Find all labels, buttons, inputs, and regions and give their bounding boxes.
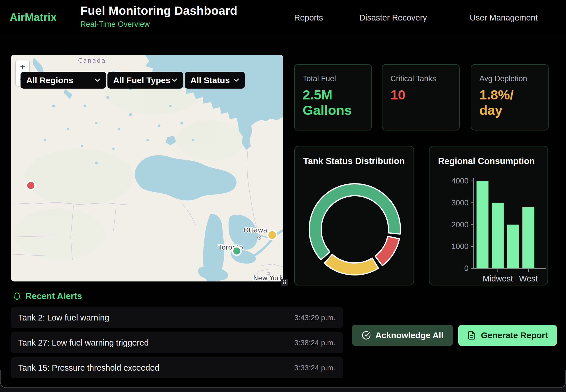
svg-text:2000: 2000 [451, 220, 469, 229]
regional-consumption-chart: 01000200030004000MidwestWest [429, 146, 547, 285]
stat-label: Critical Tanks [390, 74, 451, 83]
nav-item-disaster-recovery[interactable]: Disaster Recovery [359, 0, 427, 35]
svg-text:Midwest: Midwest [483, 274, 513, 283]
svg-text:4000: 4000 [451, 177, 469, 185]
alert-message: Tank 27: Low fuel warning triggered [18, 338, 149, 348]
alert-message: Tank 15: Pressure threshold exceeded [18, 363, 159, 373]
map-label-canada: Canada [78, 57, 106, 64]
alert-timestamp: 3:33:24 p.m. [294, 364, 335, 372]
zoom-in-button[interactable]: + [16, 60, 29, 73]
alert-list-item[interactable]: Tank 15: Pressure threshold exceeded 3:3… [11, 357, 343, 378]
nav-item-user-management[interactable]: User Management [470, 0, 538, 35]
new-york-town-icon [267, 272, 269, 275]
bar-3[interactable] [522, 207, 534, 268]
alert-timestamp: 3:43:29 p.m. [294, 313, 335, 322]
svg-text:West: West [519, 274, 538, 283]
stat-card-critical-tanks: Critical Tanks 10 [382, 64, 460, 130]
report-document-icon [467, 331, 476, 340]
filter-status-value: All Status [190, 75, 230, 85]
alert-message: Tank 2: Low fuel warning [18, 313, 109, 322]
map-drag-handle[interactable] [281, 279, 288, 286]
chevron-down-icon [233, 78, 239, 82]
filter-regions-value: All Regions [26, 75, 73, 85]
stat-card-total-fuel: Total Fuel 2.5M Gallons [294, 64, 372, 130]
map-label-ottawa: Ottawa [243, 226, 267, 234]
brand-logo[interactable]: AirMatrix [10, 11, 57, 24]
header: AirMatrix Fuel Monitoring Dashboard Real… [0, 0, 566, 35]
svg-text:3000: 3000 [451, 199, 469, 207]
map-panel: Canada Ottawa Toronto New York + − [11, 55, 283, 281]
tank-marker-normal[interactable] [233, 247, 241, 255]
filter-fuel-types-value: All Fuel Types [113, 75, 170, 85]
stat-value: 1.8%/ day [479, 87, 540, 118]
bell-icon [13, 292, 21, 301]
acknowledge-all-label: Acknowledge All [375, 330, 443, 340]
app-window: AirMatrix Fuel Monitoring Dashboard Real… [0, 0, 566, 388]
tank-marker-critical[interactable] [27, 181, 35, 190]
title-block: Fuel Monitoring Dashboard Real-Time Over… [80, 4, 237, 29]
alert-list-item[interactable]: Tank 2: Low fuel warning 3:43:29 p.m. [11, 307, 343, 328]
generate-report-label: Generate Report [481, 330, 548, 340]
alert-list-item[interactable]: Tank 27: Low fuel warning triggered 3:38… [11, 332, 343, 353]
map-canvas[interactable]: Canada Ottawa Toronto New York + − [11, 55, 283, 281]
recent-alerts-header: Recent Alerts [13, 291, 82, 301]
svg-text:1000: 1000 [451, 242, 469, 251]
map-label-new-york: New York [253, 274, 283, 281]
filter-status-dropdown[interactable]: All Status [185, 72, 245, 89]
map-svg: Canada Ottawa Toronto New York [11, 55, 283, 281]
page-subtitle: Real-Time Overview [80, 20, 237, 29]
page-title: Fuel Monitoring Dashboard [80, 4, 237, 18]
chevron-down-icon [172, 78, 177, 82]
filter-regions-dropdown[interactable]: All Regions [21, 72, 106, 89]
tank-status-donut [306, 181, 403, 278]
filter-fuel-types-dropdown[interactable]: All Fuel Types [107, 72, 183, 89]
chevron-down-icon [95, 78, 100, 82]
stat-value: 10 [390, 87, 451, 103]
donut-segment-critical[interactable] [375, 236, 399, 266]
acknowledge-all-button[interactable]: Acknowledge All [352, 325, 453, 346]
ottawa-town-icon [258, 236, 261, 239]
recent-alerts-title: Recent Alerts [25, 291, 82, 301]
tank-status-card: Tank Status Distribution [294, 146, 414, 285]
svg-text:0: 0 [464, 264, 469, 273]
stat-label: Avg Depletion [479, 74, 540, 83]
tank-marker-warning[interactable] [268, 230, 277, 240]
check-circle-icon [362, 331, 371, 340]
regional-consumption-card: Regional Consumption 01000200030004000Mi… [429, 146, 548, 285]
nav-item-reports[interactable]: Reports [294, 0, 323, 35]
bar-1[interactable] [492, 203, 504, 268]
donut-chart-title: Tank Status Distribution [303, 156, 405, 166]
stat-label: Total Fuel [303, 74, 363, 83]
alert-timestamp: 3:38:24 p.m. [294, 338, 335, 347]
generate-report-button[interactable]: Generate Report [458, 325, 557, 346]
stat-value: 2.5M Gallons [303, 87, 363, 118]
bar-0[interactable] [477, 181, 488, 268]
donut-segment-warning[interactable] [324, 254, 378, 275]
stat-card-avg-depletion: Avg Depletion 1.8%/ day [471, 64, 549, 130]
bar-2[interactable] [507, 225, 519, 269]
